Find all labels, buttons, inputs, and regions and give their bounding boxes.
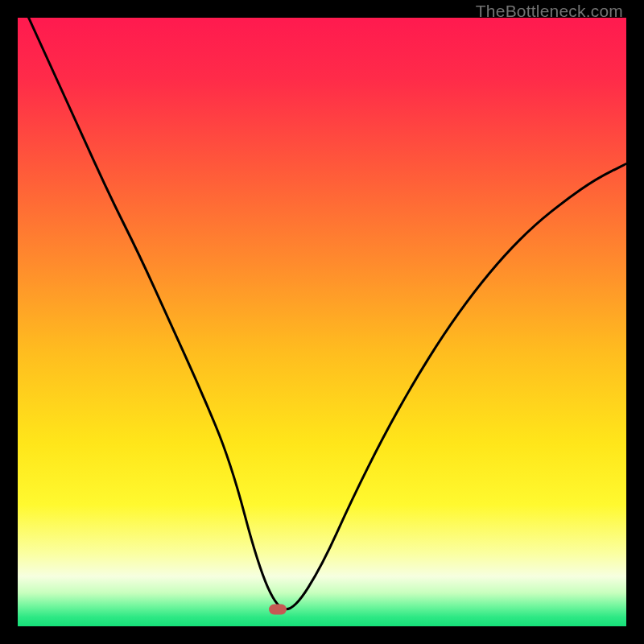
bottleneck-plot (18, 18, 626, 626)
gradient-background (18, 18, 626, 626)
optimum-marker (269, 604, 287, 614)
watermark-text: TheBottleneck.com (476, 2, 623, 21)
chart-frame (18, 18, 626, 626)
